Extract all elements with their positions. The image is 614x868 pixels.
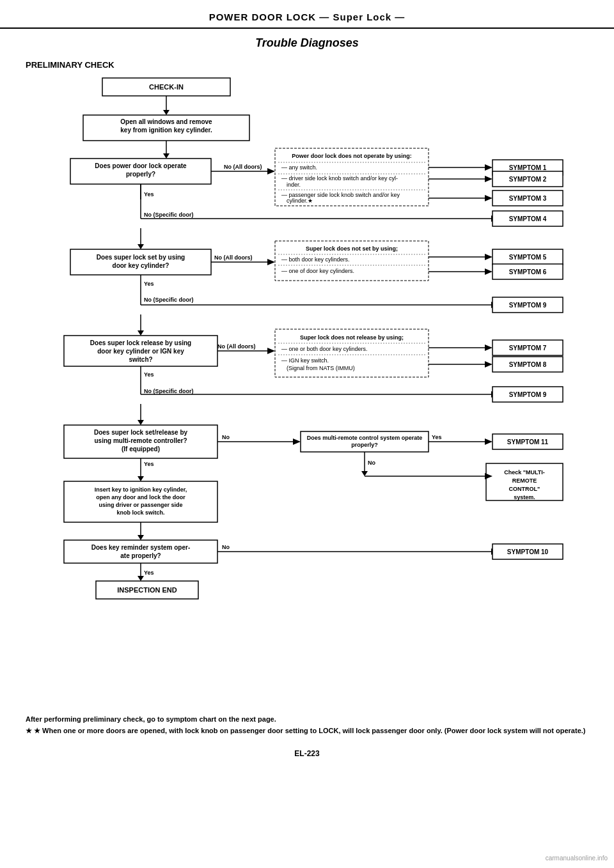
svg-text:knob lock switch.: knob lock switch.	[116, 509, 164, 516]
svg-text:Yes: Yes	[144, 371, 154, 378]
svg-text:Yes: Yes	[144, 461, 154, 467]
svg-text:CHECK-IN: CHECK-IN	[149, 83, 184, 91]
svg-text:— both door key cylinders.: — both door key cylinders.	[281, 256, 350, 263]
star-symbol: ★	[26, 727, 34, 734]
svg-text:Does key reminder system oper-: Does key reminder system oper-	[91, 544, 191, 551]
svg-text:— any switch.: — any switch.	[281, 164, 317, 171]
svg-text:REMOTE: REMOTE	[512, 477, 537, 484]
svg-text:properly?: properly?	[126, 171, 155, 178]
svg-text:SYMPTOM 3: SYMPTOM 3	[509, 195, 547, 202]
svg-marker-141	[138, 535, 144, 540]
svg-text:SYMPTOM 9: SYMPTOM 9	[509, 302, 547, 309]
svg-text:No (Specific door): No (Specific door)	[144, 388, 194, 394]
svg-text:(Signal from NATS (IMMU): (Signal from NATS (IMMU)	[287, 365, 355, 371]
svg-text:Does super lock release by usi: Does super lock release by using	[90, 339, 191, 346]
svg-text:open any door and lock the doo: open any door and lock the door	[96, 494, 185, 500]
svg-marker-51	[267, 259, 275, 265]
svg-marker-112	[293, 438, 301, 445]
page-header: POWER DOOR LOCK — Super Lock —	[0, 0, 614, 29]
svg-marker-60	[485, 254, 492, 260]
svg-marker-118	[485, 438, 492, 445]
svg-text:Does super lock set by using: Does super lock set by using	[97, 254, 185, 261]
svg-text:using driver or passenger side: using driver or passenger side	[98, 502, 182, 508]
svg-marker-81	[267, 348, 275, 354]
svg-text:INSPECTION END: INSPECTION END	[117, 586, 177, 594]
footer-note2: ★ ★ When one or more doors are opened, w…	[26, 725, 588, 737]
svg-text:— driver side lock knob switch: — driver side lock knob switch and/or ke…	[281, 175, 398, 182]
footer-notes: After performing preliminary check, go t…	[26, 714, 588, 736]
main-title: Trouble Diagnoses	[26, 36, 588, 50]
svg-text:door key cylinder?: door key cylinder?	[113, 262, 169, 269]
svg-text:— IGN key switch.: — IGN key switch.	[281, 357, 329, 364]
svg-text:Yes: Yes	[144, 570, 154, 576]
footer-note1: After performing preliminary check, go t…	[26, 714, 588, 725]
svg-text:Yes: Yes	[144, 281, 154, 287]
svg-text:inder.: inder.	[287, 182, 301, 188]
header-title: POWER DOOR LOCK — Super Lock —	[209, 12, 405, 22]
svg-text:key from ignition key cylinder: key from ignition key cylinder.	[120, 127, 212, 134]
svg-text:SYMPTOM 5: SYMPTOM 5	[509, 254, 547, 261]
svg-text:SYMPTOM 8: SYMPTOM 8	[509, 361, 547, 368]
svg-text:ate properly?: ate properly?	[120, 552, 161, 559]
svg-text:— one of door key cylinders.: — one of door key cylinders.	[281, 268, 354, 274]
svg-text:— one or both door key cylinde: — one or both door key cylinders.	[281, 346, 368, 352]
svg-text:SYMPTOM 1: SYMPTOM 1	[509, 164, 547, 171]
svg-text:No: No	[368, 460, 375, 466]
svg-text:CONTROL": CONTROL"	[509, 486, 540, 492]
svg-marker-30	[485, 176, 492, 182]
svg-marker-152	[138, 576, 144, 581]
flowchart: CHECK-IN Open all windows and remove key…	[26, 75, 588, 701]
svg-text:cylinder.★: cylinder.★	[287, 198, 313, 204]
svg-marker-8	[163, 153, 169, 159]
svg-text:No (Specific door): No (Specific door)	[144, 297, 194, 303]
svg-text:switch?: switch?	[129, 356, 152, 363]
svg-text:system.: system.	[514, 494, 535, 500]
svg-marker-106	[138, 420, 144, 425]
svg-text:door key cylinder or IGN key: door key cylinder or IGN key	[97, 348, 184, 355]
svg-text:SYMPTOM 2: SYMPTOM 2	[509, 176, 547, 183]
svg-text:No (Specific door): No (Specific door)	[144, 212, 194, 218]
svg-marker-34	[485, 195, 492, 201]
svg-marker-46	[138, 244, 144, 249]
svg-text:No (All doors): No (All doors)	[224, 164, 262, 170]
svg-marker-64	[485, 268, 492, 275]
page-number: EL-223	[26, 749, 588, 758]
svg-text:No: No	[222, 544, 230, 550]
svg-text:Does power door lock operate: Does power door lock operate	[95, 162, 187, 169]
svg-text:Check "MULTI-: Check "MULTI-	[504, 469, 545, 476]
svg-text:SYMPTOM 10: SYMPTOM 10	[507, 548, 549, 555]
svg-marker-95	[485, 361, 492, 368]
svg-text:Yes: Yes	[432, 434, 442, 440]
svg-marker-134	[138, 476, 144, 481]
svg-text:Does super lock set/release by: Does super lock set/release by	[94, 429, 188, 436]
footer-note2-text: ★ When one or more doors are opened, wit…	[34, 727, 585, 734]
svg-text:Yes: Yes	[144, 191, 154, 198]
svg-marker-124	[361, 471, 368, 476]
svg-text:Does multi-remote control syst: Does multi-remote control system operate	[307, 435, 423, 441]
svg-text:Power door lock does not opera: Power door lock does not operate by usin…	[292, 153, 412, 159]
svg-text:SYMPTOM 9: SYMPTOM 9	[509, 391, 547, 398]
svg-text:Super lock does not set by usi: Super lock does not set by using;	[306, 245, 398, 252]
svg-text:Super lock does not release by: Super lock does not release by using;	[300, 334, 404, 341]
svg-text:No: No	[222, 434, 230, 440]
svg-text:SYMPTOM 11: SYMPTOM 11	[507, 438, 549, 446]
svg-text:SYMPTOM 6: SYMPTOM 6	[509, 268, 547, 275]
svg-text:SYMPTOM 4: SYMPTOM 4	[509, 215, 547, 222]
watermark-label: carmanualsonline.info	[546, 855, 608, 862]
svg-text:(If equipped): (If equipped)	[122, 446, 160, 453]
svg-marker-75	[138, 330, 144, 336]
svg-text:SYMPTOM 7: SYMPTOM 7	[509, 345, 547, 352]
svg-text:No (All doors): No (All doors)	[217, 343, 256, 350]
svg-text:Insert key to ignition key cyl: Insert key to ignition key cylinder,	[95, 486, 187, 493]
svg-marker-91	[485, 345, 492, 351]
svg-marker-26	[485, 164, 492, 171]
svg-text:using multi-remote controller?: using multi-remote controller?	[94, 437, 187, 444]
svg-text:properly?: properly?	[351, 442, 378, 448]
svg-marker-3	[163, 110, 169, 115]
preliminary-label: PRELIMINARY CHECK	[26, 60, 588, 70]
svg-text:Open all windows and remove: Open all windows and remove	[120, 118, 212, 125]
svg-marker-13	[267, 168, 275, 174]
svg-text:No (All doors): No (All doors)	[214, 254, 253, 261]
